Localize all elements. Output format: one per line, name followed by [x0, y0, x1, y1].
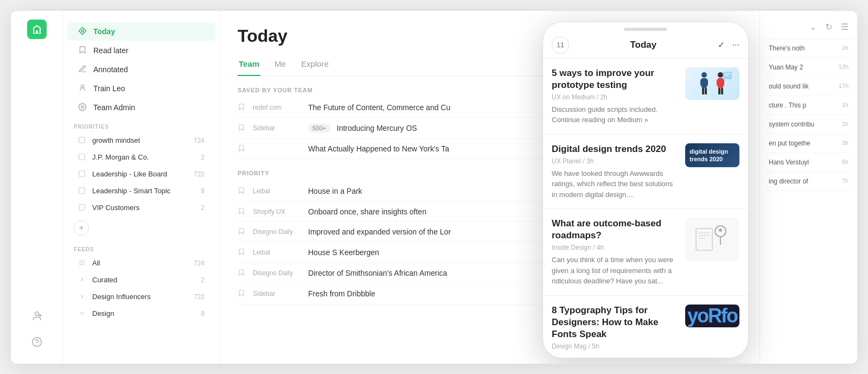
nav-item-team-admin[interactable]: Team Admin	[67, 98, 215, 117]
nav-item-train-leo[interactable]: Train Leo	[67, 79, 215, 98]
svg-marker-5	[79, 27, 86, 34]
phone-article[interactable]: Digital design trends 2020 UX Planet / 3…	[543, 135, 748, 210]
right-panel-item[interactable]: There's noth 1h	[764, 39, 853, 58]
phone-body: 5 ways to improve your prototype testing…	[543, 59, 748, 351]
svg-rect-22	[705, 88, 707, 94]
chevron-down-icon	[78, 309, 87, 318]
right-panel: ⌄ ↻ ☰ There's noth 1h Yuan May 2 13h oul…	[760, 11, 857, 364]
priority-vip-customers-count: 2	[201, 204, 205, 212]
article-source: Sidebar	[253, 124, 302, 132]
right-panel-time: 1h	[842, 102, 848, 108]
phone-article-title: 8 Typography Tips for Designers: How to …	[552, 305, 679, 340]
article-source: Leibal	[253, 187, 302, 195]
nav-item-read-later[interactable]: Read later	[67, 41, 215, 60]
leo-icon	[78, 84, 88, 93]
phone-article-meta: UX on Medium / 2h	[552, 93, 679, 101]
priority-vip-customers-label: VIP Customers	[92, 204, 195, 212]
count-badge: 500+	[308, 124, 330, 132]
bookmark-icon	[238, 227, 246, 236]
add-priority-button[interactable]: +	[74, 220, 89, 236]
phone-article[interactable]: 5 ways to improve your prototype testing…	[543, 59, 748, 135]
feed-design-count: 8	[201, 310, 205, 318]
priority-jpmorgan-count: 2	[201, 154, 205, 161]
sidebar	[11, 11, 63, 364]
app-logo[interactable]	[27, 20, 47, 39]
right-panel-text: ing director of	[769, 178, 838, 185]
priority-folder-icon-2	[78, 153, 87, 162]
svg-point-8	[81, 106, 84, 108]
svg-rect-21	[702, 88, 704, 94]
chevron-right-icon	[78, 276, 87, 284]
phone-article[interactable]: What are outcome-based roadmaps? Inside …	[543, 209, 748, 296]
priority-leadership-smart-label: Leadership - Smart Topic	[92, 187, 195, 195]
svg-point-6	[81, 30, 84, 32]
right-panel-item[interactable]: cture . This p 1h	[764, 96, 853, 115]
right-panel-text: en put togethe	[769, 140, 838, 147]
feed-design[interactable]: Design 8	[67, 306, 215, 322]
tab-explore[interactable]: Explore	[300, 55, 330, 76]
phone-count-badge: 11	[552, 36, 569, 54]
chevron-down-icon[interactable]: ⌄	[809, 22, 816, 32]
check-icon[interactable]: ✓	[718, 40, 725, 50]
phone-header: 11 Today ✓ ···	[543, 31, 748, 59]
bookmark-icon	[238, 187, 246, 195]
svg-rect-25	[717, 79, 719, 86]
feed-all-count: 724	[194, 259, 205, 267]
right-panel-text: cture . This p	[769, 102, 838, 109]
svg-rect-35	[696, 229, 712, 250]
nav-item-read-later-label: Read later	[93, 46, 205, 55]
phone-article-thumb	[685, 218, 739, 261]
help-icon[interactable]	[26, 331, 48, 353]
bookmark-icon	[238, 207, 246, 216]
feed-design-influencers[interactable]: Design Influencers 722	[67, 289, 215, 305]
phone-article-text: 8 Typography Tips for Designers: How to …	[552, 305, 679, 351]
more-icon[interactable]: ···	[732, 40, 739, 50]
phone-article[interactable]: 8 Typography Tips for Designers: How to …	[543, 296, 748, 351]
tab-me[interactable]: Me	[273, 55, 287, 76]
refresh-icon[interactable]: ↻	[825, 22, 832, 32]
priority-leadership-like-board-label: Leadership - Like Board	[92, 170, 188, 178]
nav-item-today-label: Today	[93, 27, 205, 36]
right-panel-text: There's noth	[769, 45, 838, 52]
priority-folder-icon-5	[78, 204, 87, 212]
phone-overlay: 11 Today ✓ ··· 5 ways to improve your pr…	[542, 22, 749, 358]
chevron-right-icon-2	[78, 293, 87, 301]
svg-rect-26	[722, 79, 724, 86]
priority-jpmorgan[interactable]: J.P. Morgan & Co. 2	[67, 149, 215, 166]
phone-article-thumb	[685, 67, 739, 100]
svg-point-3	[32, 337, 41, 346]
article-source: Leibal	[253, 249, 302, 256]
priority-growth-mindset-label: growth mindset	[92, 136, 188, 144]
add-user-icon[interactable]	[26, 305, 48, 327]
right-panel-item[interactable]: Yuan May 2 13h	[764, 58, 853, 77]
priority-leadership-smart[interactable]: Leadership - Smart Topic 8	[67, 183, 215, 199]
tab-team[interactable]: Team	[238, 55, 260, 76]
phone-article-excerpt: Can you think of a time when you were gi…	[552, 255, 679, 287]
right-panel-time: 1h	[842, 45, 848, 51]
bookmark-icon	[238, 144, 246, 153]
menu-icon[interactable]: ☰	[841, 22, 848, 32]
priority-growth-mindset[interactable]: growth mindset 724	[67, 132, 215, 149]
feed-all[interactable]: All 724	[67, 255, 215, 271]
phone-article-title: 5 ways to improve your prototype testing	[552, 67, 679, 91]
right-panel-item[interactable]: ould sound lik 17h	[764, 77, 853, 96]
phone-article-excerpt: Discussion guide scripts included. Conti…	[552, 104, 679, 125]
article-source: redef.com	[253, 104, 302, 111]
list-icon	[78, 259, 87, 268]
right-panel-item[interactable]: ing director of 7h	[764, 172, 853, 191]
right-panel-item[interactable]: en put togethe 3h	[764, 134, 853, 153]
phone-article-meta: UX Planet / 3h	[552, 157, 679, 165]
article-source: Shopify UX	[253, 208, 302, 215]
priority-leadership-like-board[interactable]: Leadership - Like Board 722	[67, 166, 215, 182]
svg-rect-9	[79, 137, 85, 143]
feed-curated[interactable]: Curated 2	[67, 272, 215, 288]
phone-article-meta: Inside Design / 4h	[552, 244, 679, 251]
nav-item-today[interactable]: Today	[67, 22, 215, 41]
right-panel-item[interactable]: Hans Verstuyl 6h	[764, 153, 853, 172]
feeds-label: FEEDS	[63, 240, 220, 255]
phone-article-meta: Design Mag / 5h	[552, 343, 679, 350]
right-panel-item[interactable]: system contribu 1h	[764, 115, 853, 134]
bookmark-icon	[238, 269, 246, 277]
priority-vip-customers[interactable]: VIP Customers 2	[67, 200, 215, 216]
nav-item-annotated[interactable]: Annotated	[67, 60, 215, 79]
